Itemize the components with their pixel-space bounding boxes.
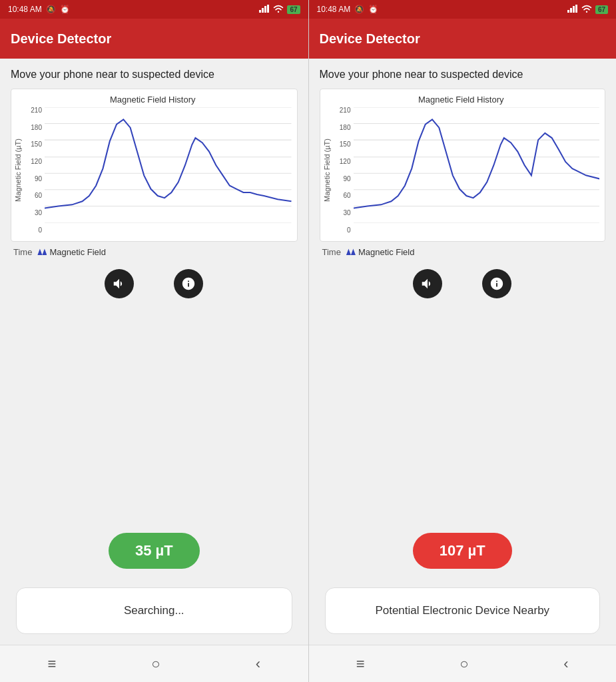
svg-rect-13 [567,10,569,13]
svg-point-4 [278,11,279,13]
mute-icon-left: 🔕 [46,5,56,14]
time-left: 10:48 AM [8,5,42,14]
svg-rect-2 [264,6,266,13]
chart-title-left: Magnetic Field History [11,95,294,105]
legend-item-right: Magnetic Field [346,247,415,257]
status-bar-left: 10:48 AM 🔕 ⏰ 67 [0,0,308,19]
chart-svg-right [354,107,600,223]
svg-rect-1 [262,8,264,13]
sound-button-right[interactable] [413,269,442,298]
y-ticks-left: 0 30 60 90 120 150 180 210 [25,107,43,234]
status-box-right: Potential Electronic Device Nearby [325,587,601,634]
svg-rect-0 [259,10,261,13]
app-bar-left: Device Detector [0,19,308,59]
time-right: 10:48 AM [317,5,351,14]
phone-panel-right: 10:48 AM 🔕 ⏰ 67 [308,0,617,682]
battery-icon-right: 67 [595,5,608,14]
reading-badge-left: 35 µT [109,533,200,569]
nav-home-right[interactable]: ○ [446,650,481,678]
status-indicators-left: 67 [259,5,300,14]
legend-icon-right [346,248,356,256]
content-right: Move your phone near to suspected device… [309,59,617,645]
phone-panel-left: 10:48 AM 🔕 ⏰ 67 [0,0,308,682]
svg-rect-15 [573,6,575,13]
status-time-right: 10:48 AM 🔕 ⏰ [317,5,379,14]
info-button-right[interactable] [482,269,511,298]
svg-rect-14 [570,8,572,13]
signal-icon-right [567,5,578,14]
alarm-icon-left: ⏰ [60,5,70,14]
app-title-left: Device Detector [11,31,111,47]
legend-icon-left [37,248,47,256]
legend-time-left: Time [13,247,32,257]
chart-title-right: Magnetic Field History [320,95,603,105]
signal-icon-left [259,5,270,14]
reading-badge-right: 107 µT [413,533,512,569]
controls-left [11,269,298,298]
status-box-left: Searching... [16,587,292,634]
wifi-icon-right [581,5,592,14]
legend-right: Time Magnetic Field [320,247,606,257]
y-axis-label-left: Magnetic Field (µT) [11,107,25,234]
controls-right [320,269,606,298]
chart-inner-right: 0 30 60 90 120 150 180 210 [334,107,603,234]
content-left: Move your phone near to suspected device… [0,59,308,645]
legend-item-left: Magnetic Field [37,247,106,257]
nav-back-right[interactable]: ‹ [550,650,581,678]
status-indicators-right: 67 [567,5,608,14]
nav-home-left[interactable]: ○ [138,650,173,678]
y-ticks-right: 0 30 60 90 120 150 180 210 [334,107,352,234]
alarm-icon-right: ⏰ [368,5,378,14]
sound-button-left[interactable] [105,269,134,298]
nav-bar-left: ≡ ○ ‹ [0,645,308,682]
chart-inner-left: 0 30 60 90 120 150 180 210 [25,107,294,234]
battery-icon-left: 67 [287,5,300,14]
instruction-left: Move your phone near to suspected device [11,68,298,82]
y-axis-label-right: Magnetic Field (µT) [320,107,334,234]
chart-svg-left [45,107,292,223]
chart-right: Magnetic Field History Magnetic Field (µ… [320,89,606,242]
nav-menu-right[interactable]: ≡ [343,650,378,678]
legend-left: Time Magnetic Field [11,247,298,257]
svg-rect-3 [267,5,269,13]
mute-icon-right: 🔕 [354,5,364,14]
svg-rect-16 [575,5,577,13]
status-bar-right: 10:48 AM 🔕 ⏰ 67 [309,0,617,19]
app-bar-right: Device Detector [309,19,617,59]
info-button-left[interactable] [174,269,203,298]
nav-back-left[interactable]: ‹ [242,650,274,678]
instruction-right: Move your phone near to suspected device [320,68,606,82]
legend-time-right: Time [322,247,341,257]
nav-bar-right: ≡ ○ ‹ [309,645,617,682]
svg-point-17 [586,11,587,13]
app-title-right: Device Detector [320,31,420,47]
nav-menu-left[interactable]: ≡ [35,650,70,678]
wifi-icon-left [273,5,284,14]
status-time-left: 10:48 AM 🔕 ⏰ [8,5,70,14]
chart-left: Magnetic Field History Magnetic Field (µ… [11,89,298,242]
